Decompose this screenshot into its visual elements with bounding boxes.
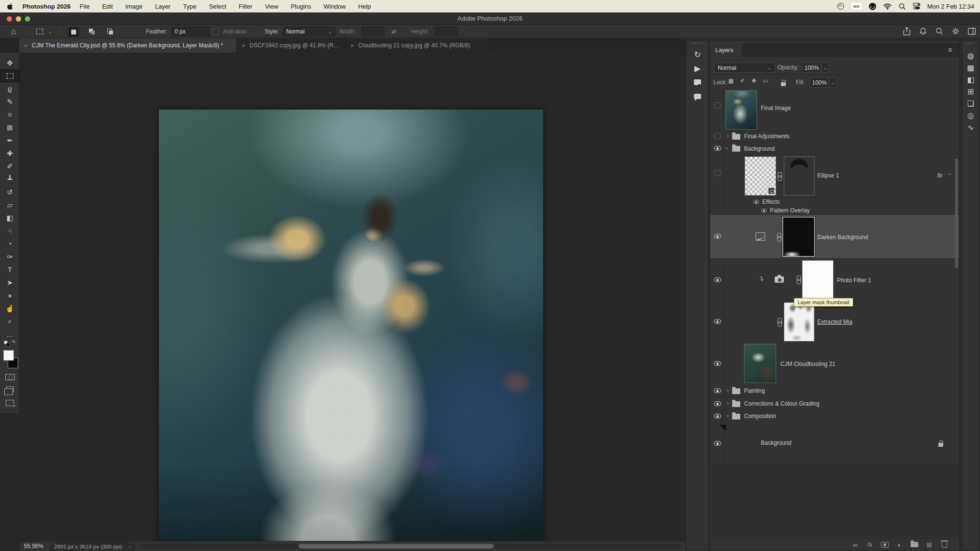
visibility-eye-icon[interactable] xyxy=(714,401,721,406)
canvas-pasteboard[interactable] xyxy=(0,53,685,551)
layer-thumbnail[interactable] xyxy=(745,344,776,383)
tab-cloudbusting[interactable]: × Cloudbusting 21 copy.jpg @ 40.7% (RGB/… xyxy=(345,38,489,53)
add-layer-mask-icon[interactable] xyxy=(880,541,889,549)
search-icon[interactable] xyxy=(935,27,944,36)
lasso-tool[interactable]: ϱ xyxy=(0,82,20,95)
expand-chevron-icon[interactable]: › xyxy=(727,412,729,419)
edit-image-icon[interactable] xyxy=(0,400,20,406)
visibility-eye-icon[interactable] xyxy=(714,414,721,419)
layer-row-ellipse-1[interactable]: Ellipse 1 fx ⌃ xyxy=(710,154,959,198)
visibility-eye-icon[interactable] xyxy=(714,388,721,393)
pen-tool[interactable]: ✑ xyxy=(0,250,20,263)
menu-app-name[interactable]: Photoshop 2026 xyxy=(22,3,70,10)
spotlight-icon[interactable] xyxy=(899,3,906,10)
layer-row-extracted-mia[interactable]: Extracted Mia xyxy=(710,301,959,342)
clone-stamp-tool[interactable]: ┻ xyxy=(0,173,20,186)
menu-help[interactable]: Help xyxy=(352,3,378,10)
gradient-tool[interactable]: ◧ xyxy=(0,211,20,224)
visibility-eye-icon[interactable] xyxy=(754,200,759,204)
layer-row-corrections-colour-grading[interactable]: › Corrections & Colour Grading xyxy=(710,397,959,410)
menu-layer[interactable]: Layer xyxy=(149,3,177,10)
libraries-left-panel-icon[interactable] xyxy=(692,77,703,87)
adjustment-layer-icon[interactable]: ◐ xyxy=(895,541,904,549)
document-info[interactable]: 2891 px x 3614 px (300 ppi) › xyxy=(49,542,135,551)
history-brush-tool[interactable]: ↺ xyxy=(0,186,20,198)
layer-mask-thumbnail[interactable] xyxy=(783,218,814,256)
lock-transparency-icon[interactable]: ▦ xyxy=(727,77,735,85)
mask-link-icon[interactable] xyxy=(777,318,781,326)
default-swap-colors-icon[interactable]: ↷ xyxy=(0,341,20,347)
edit-toolbar-icon[interactable]: … xyxy=(0,328,20,341)
channels-panel-icon[interactable]: ◎ xyxy=(965,110,977,121)
visibility-eye-icon[interactable] xyxy=(714,361,721,366)
lock-move-icon[interactable]: ✥ xyxy=(750,77,757,85)
move-tool[interactable]: ✥ xyxy=(0,56,20,69)
tab-dscf3942[interactable]: × DSCF3942 copy.jpg @ 41.8% (RGB/8) xyxy=(237,38,345,53)
menu-window[interactable]: Window xyxy=(317,3,352,10)
layer-row-final-adjustments[interactable]: › Final Adjustments xyxy=(710,131,959,142)
crop-tool[interactable]: ⌗ xyxy=(0,108,20,121)
foreground-color-swatch[interactable] xyxy=(3,350,14,361)
path-selection-tool[interactable]: ➤ xyxy=(0,276,20,289)
expand-chevron-icon[interactable]: › xyxy=(727,132,729,139)
horizontal-scrollbar-thumb[interactable] xyxy=(299,544,494,549)
visibility-eye-icon[interactable] xyxy=(714,277,721,282)
blend-mode-dropdown[interactable]: Normal⌄ xyxy=(714,63,775,73)
menu-plugins[interactable]: Plugins xyxy=(285,3,318,10)
subtract-selection-icon[interactable] xyxy=(105,27,115,36)
delete-layer-icon[interactable] xyxy=(940,541,948,549)
layer-row-darken-background[interactable]: Darken Background xyxy=(710,215,959,259)
menu-clock[interactable]: Mon 2 Feb 12:34 xyxy=(927,3,974,10)
new-selection-icon[interactable] xyxy=(68,27,78,37)
close-tab-icon[interactable]: × xyxy=(242,42,245,49)
marquee-tool-preset-icon[interactable] xyxy=(36,25,43,38)
layer-effects-icon[interactable]: fx xyxy=(866,541,874,549)
canvas-image[interactable] xyxy=(159,110,543,551)
gradients-panel-icon[interactable]: ◧ xyxy=(965,74,977,86)
wacom-icon[interactable] xyxy=(837,3,844,10)
color-panel-icon[interactable]: ◍ xyxy=(965,50,977,62)
apple-logo-icon[interactable] xyxy=(7,2,14,11)
libraries-panel-icon[interactable]: ❏ xyxy=(965,98,977,110)
layer-row-painting[interactable]: › Painting xyxy=(710,384,959,397)
new-layer-icon[interactable]: ⊞ xyxy=(925,541,934,549)
lock-artboard-icon[interactable]: ▭ xyxy=(762,77,769,85)
collapse-effects-chevron-icon[interactable]: ⌃ xyxy=(947,173,952,179)
add-selection-icon[interactable] xyxy=(87,27,97,36)
height-input[interactable] xyxy=(434,27,457,36)
visibility-eye-icon[interactable] xyxy=(714,146,721,151)
status-expand-chevron-icon[interactable]: › xyxy=(129,544,131,550)
wifi-icon[interactable] xyxy=(883,3,891,10)
layer-thumbnail[interactable] xyxy=(726,91,757,129)
quick-mask-mode-icon[interactable] xyxy=(0,374,20,380)
dodge-tool[interactable]: ◔ xyxy=(0,237,20,250)
workspace-layout-icon[interactable] xyxy=(968,27,976,36)
collapse-chevron-icon[interactable]: › xyxy=(724,147,730,149)
fill-chevron-icon[interactable]: ⌄ xyxy=(829,77,836,88)
tab-layers[interactable]: Layers xyxy=(710,44,742,57)
layer-effects-fx-badge[interactable]: fx xyxy=(937,172,942,179)
menu-view[interactable]: View xyxy=(259,3,285,10)
width-input[interactable] xyxy=(361,27,384,36)
frame-tool[interactable]: ⊠ xyxy=(0,121,20,134)
menu-image[interactable]: Image xyxy=(119,3,149,10)
spot-healing-brush-tool[interactable]: ✚ xyxy=(0,147,20,160)
fill-input[interactable]: 100% xyxy=(810,77,829,88)
lock-all-icon[interactable] xyxy=(773,77,780,85)
layer-row-effects[interactable]: Effects xyxy=(710,198,959,206)
type-tool[interactable]: T xyxy=(0,263,20,276)
brush-tool[interactable]: ✐ xyxy=(0,160,20,173)
opacity-chevron-icon[interactable]: ⌄ xyxy=(821,63,829,73)
close-tab-icon[interactable]: × xyxy=(24,42,28,49)
creative-cloud-icon[interactable] xyxy=(869,3,876,10)
discover-icon[interactable] xyxy=(951,27,960,36)
layer-row-final-image[interactable]: Final Image xyxy=(710,89,959,131)
eraser-tool[interactable]: ▱ xyxy=(0,198,20,211)
layer-row-background-group[interactable]: › Background xyxy=(710,142,959,154)
link-layers-icon[interactable]: ∞ xyxy=(851,541,859,549)
layer-row-pattern-overlay[interactable]: Pattern Overlay xyxy=(710,206,959,215)
visibility-checkbox[interactable] xyxy=(714,170,721,176)
visibility-eye-icon[interactable] xyxy=(714,234,721,239)
menu-file[interactable]: File xyxy=(73,3,96,10)
swap-dimensions-icon[interactable]: ⇄ xyxy=(391,25,396,38)
